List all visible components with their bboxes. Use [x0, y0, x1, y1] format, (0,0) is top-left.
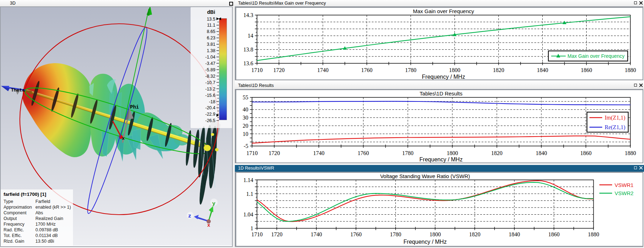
svg-text:-15.6: -15.6: [205, 93, 216, 98]
svg-text:-1.04: -1.04: [205, 55, 216, 60]
svg-text:Frequency / MHz: Frequency / MHz: [422, 74, 465, 80]
svg-text:Rlzd. Gain: Rlzd. Gain: [4, 239, 24, 244]
svg-text:1860: 1860: [548, 231, 560, 237]
svg-text:1760: 1760: [350, 231, 362, 237]
svg-text:20: 20: [243, 123, 248, 129]
svg-text:1780: 1780: [402, 150, 413, 156]
svg-text:-22.9: -22.9: [205, 112, 216, 117]
svg-text:-18: -18: [209, 99, 215, 104]
svg-text:-5.89: -5.89: [205, 67, 216, 72]
svg-text:1720: 1720: [273, 67, 285, 73]
svg-text:1710: 1710: [252, 67, 263, 73]
svg-text:1860: 1860: [581, 67, 592, 73]
svg-text:1.04: 1.04: [243, 211, 253, 217]
svg-text:1720: 1720: [269, 150, 280, 156]
svg-text:1: 1: [250, 225, 253, 231]
svg-text:1.38: 1.38: [207, 48, 215, 53]
svg-text:0.09788 dB: 0.09788 dB: [35, 227, 58, 232]
svg-text:1860: 1860: [580, 150, 592, 156]
svg-text:11.1: 11.1: [207, 23, 215, 28]
svg-text:Re(Z1,1): Re(Z1,1): [605, 124, 625, 131]
svg-text:Frequency: Frequency: [4, 222, 25, 227]
svg-text:1.14: 1.14: [243, 177, 253, 183]
svg-text:1840: 1840: [537, 67, 548, 73]
svg-text:8.65: 8.65: [207, 29, 215, 34]
svg-text:1780: 1780: [390, 231, 401, 237]
svg-text:30: 30: [243, 115, 248, 121]
svg-text:Rad. Effic.: Rad. Effic.: [4, 227, 24, 232]
svg-text:1840: 1840: [509, 231, 520, 237]
svg-text:Im(Z1,1): Im(Z1,1): [605, 115, 625, 121]
svg-text:1820: 1820: [469, 231, 480, 237]
svg-text:-26.5: -26.5: [205, 118, 216, 123]
svg-text:6.23: 6.23: [207, 35, 215, 40]
svg-text:Frequency / MHz: Frequency / MHz: [419, 156, 463, 162]
svg-text:-3.47: -3.47: [205, 61, 216, 66]
svg-text:Tables\1D Results: Tables\1D Results: [420, 90, 463, 97]
svg-text:Type: Type: [4, 199, 13, 204]
svg-text:1710: 1710: [252, 231, 263, 237]
svg-text:Max Gain over Frequency: Max Gain over Frequency: [413, 8, 474, 14]
svg-text:Max Gain over Frequency: Max Gain over Frequency: [567, 53, 625, 59]
svg-text:z: z: [188, 213, 191, 219]
svg-text:1720: 1720: [271, 231, 282, 237]
svg-text:y: y: [212, 201, 215, 207]
svg-text:-13.2: -13.2: [205, 87, 216, 92]
svg-text:14.3: 14.3: [243, 12, 253, 18]
svg-text:Output: Output: [4, 216, 17, 221]
svg-text:-8.32: -8.32: [205, 74, 216, 79]
svg-text:1740: 1740: [317, 67, 329, 73]
svg-text:enabled (kR >> 1): enabled (kR >> 1): [35, 205, 71, 210]
svg-text:Voltage Standing Wave Ratio (V: Voltage Standing Wave Ratio (VSWR): [380, 173, 470, 179]
svg-text:Theta: Theta: [11, 88, 25, 93]
svg-text:-20.4: -20.4: [205, 105, 216, 110]
svg-text:-5: -5: [244, 143, 248, 149]
svg-text:Farfield: Farfield: [35, 199, 50, 204]
svg-text:Component: Component: [4, 210, 27, 215]
svg-text:10: 10: [243, 131, 248, 137]
svg-text:1780: 1780: [405, 67, 417, 73]
svg-text:1820: 1820: [491, 150, 503, 156]
svg-text:1800: 1800: [449, 67, 461, 73]
svg-text:55: 55: [243, 94, 248, 100]
svg-text:13.8: 13.8: [243, 46, 253, 53]
svg-text:1800: 1800: [429, 231, 441, 237]
svg-text:1880: 1880: [625, 67, 636, 73]
svg-text:Realized Gain: Realized Gain: [35, 216, 63, 221]
svg-text:Abs: Abs: [35, 210, 43, 215]
svg-text:farfield (f=1700) [1]: farfield (f=1700) [1]: [4, 192, 46, 197]
svg-text:1760: 1760: [358, 150, 369, 156]
svg-text:1880: 1880: [625, 150, 636, 156]
svg-text:-10.7: -10.7: [205, 80, 216, 85]
svg-text:VSWR2: VSWR2: [615, 190, 633, 196]
svg-text:1820: 1820: [493, 67, 504, 73]
svg-text:1760: 1760: [361, 67, 373, 73]
svg-text:x: x: [207, 222, 210, 228]
svg-text:Phi: Phi: [130, 104, 139, 110]
svg-text:x: x: [122, 136, 125, 141]
svg-text:Approximation: Approximation: [4, 205, 32, 210]
svg-text:1840: 1840: [536, 150, 547, 156]
svg-text:40: 40: [243, 106, 248, 112]
svg-text:1740: 1740: [313, 150, 324, 156]
svg-text:1700 MHz: 1700 MHz: [35, 222, 56, 227]
svg-text:1740: 1740: [311, 231, 322, 237]
svg-text:1800: 1800: [447, 150, 458, 156]
svg-text:Frequency / MHz: Frequency / MHz: [403, 239, 447, 245]
svg-text:0.01134 dB: 0.01134 dB: [35, 233, 58, 238]
svg-text:VSWR1: VSWR1: [615, 182, 633, 188]
svg-text:13.5: 13.5: [207, 17, 215, 22]
svg-text:Tot. Effic.: Tot. Effic.: [4, 233, 22, 238]
svg-text:dBi: dBi: [207, 9, 215, 15]
svg-text:3.81: 3.81: [207, 42, 215, 47]
svg-text:1880: 1880: [588, 231, 599, 237]
svg-text:13.50 dBi: 13.50 dBi: [35, 239, 54, 244]
svg-text:1710: 1710: [247, 150, 258, 156]
svg-text:14: 14: [248, 33, 253, 39]
svg-text:1.1: 1.1: [246, 191, 253, 197]
svg-text:13.6: 13.6: [243, 60, 253, 66]
